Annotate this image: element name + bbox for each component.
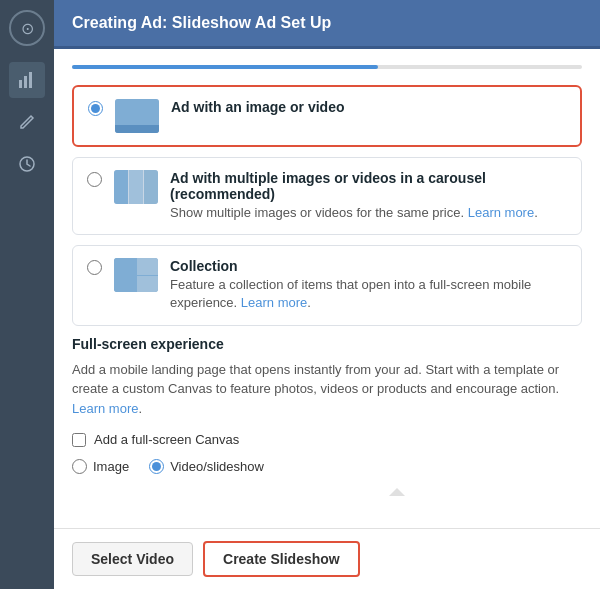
option-carousel-text: Ad with multiple images or videos in a c… bbox=[170, 170, 567, 222]
carousel-desc-period: . bbox=[534, 205, 538, 220]
option-single-text: Ad with an image or video bbox=[171, 99, 566, 117]
collection-cell-2 bbox=[137, 258, 159, 275]
clock-icon bbox=[18, 155, 36, 173]
progress-bar-container bbox=[72, 65, 582, 69]
main-panel: Creating Ad: Slideshow Ad Set Up Ad with… bbox=[54, 0, 600, 589]
collection-cell-3 bbox=[137, 276, 159, 293]
triangle-pointer bbox=[212, 488, 582, 496]
option-collection-desc: Feature a collection of items that open … bbox=[170, 276, 567, 312]
option-collection-title: Collection bbox=[170, 258, 567, 274]
sidebar-item-chart[interactable] bbox=[9, 62, 45, 98]
collection-desc-text: Feature a collection of items that open … bbox=[170, 277, 531, 310]
content-area: Ad with an image or video Ad with multip… bbox=[54, 49, 600, 528]
fullscreen-learn-more[interactable]: Learn more bbox=[72, 401, 138, 416]
fullscreen-section-title: Full-screen experience bbox=[72, 336, 582, 352]
radio-collection-wrap[interactable] bbox=[87, 260, 102, 279]
single-image-visual bbox=[115, 99, 159, 133]
media-video-label: Video/slideshow bbox=[170, 459, 264, 474]
icon-carousel bbox=[114, 170, 158, 204]
radio-carousel-wrap[interactable] bbox=[87, 172, 102, 191]
option-carousel-desc: Show multiple images or videos for the s… bbox=[170, 204, 567, 222]
collection-desc-period: . bbox=[307, 295, 311, 310]
fullscreen-desc-period: . bbox=[138, 401, 142, 416]
sidebar: ⊙ bbox=[0, 0, 54, 589]
svg-rect-2 bbox=[29, 72, 32, 88]
create-slideshow-button[interactable]: Create Slideshow bbox=[203, 541, 360, 577]
back-icon: ⊙ bbox=[21, 19, 34, 38]
chart-icon bbox=[17, 70, 37, 90]
svg-rect-0 bbox=[19, 80, 22, 88]
fullscreen-section-desc: Add a mobile landing page that opens ins… bbox=[72, 360, 582, 419]
icon-single-image bbox=[115, 99, 159, 133]
radio-single[interactable] bbox=[88, 101, 103, 116]
collection-learn-more[interactable]: Learn more bbox=[241, 295, 307, 310]
icon-collection bbox=[114, 258, 158, 292]
sidebar-item-clock[interactable] bbox=[9, 146, 45, 182]
option-collection[interactable]: Collection Feature a collection of items… bbox=[72, 245, 582, 325]
video-radio-option[interactable]: Video/slideshow bbox=[149, 459, 264, 474]
sidebar-item-edit[interactable] bbox=[9, 104, 45, 140]
option-single-title: Ad with an image or video bbox=[171, 99, 566, 115]
carousel-desc-text: Show multiple images or videos for the s… bbox=[170, 205, 468, 220]
canvas-checkbox-row: Add a full-screen Canvas bbox=[72, 432, 582, 447]
svg-rect-1 bbox=[24, 76, 27, 88]
media-video-radio[interactable] bbox=[149, 459, 164, 474]
back-button[interactable]: ⊙ bbox=[9, 10, 45, 46]
select-video-button[interactable]: Select Video bbox=[72, 542, 193, 576]
radio-collection[interactable] bbox=[87, 260, 102, 275]
carousel-learn-more[interactable]: Learn more bbox=[468, 205, 534, 220]
carousel-visual bbox=[114, 170, 158, 204]
option-carousel[interactable]: Ad with multiple images or videos in a c… bbox=[72, 157, 582, 235]
media-type-radio-row: Image Video/slideshow bbox=[72, 459, 582, 474]
fullscreen-desc-text: Add a mobile landing page that opens ins… bbox=[72, 362, 559, 397]
option-collection-text: Collection Feature a collection of items… bbox=[170, 258, 567, 312]
radio-single-wrap[interactable] bbox=[88, 101, 103, 120]
media-image-radio[interactable] bbox=[72, 459, 87, 474]
progress-bar-fill bbox=[72, 65, 378, 69]
collection-visual bbox=[114, 258, 158, 292]
image-radio-option[interactable]: Image bbox=[72, 459, 129, 474]
carousel-col-1 bbox=[114, 170, 128, 204]
collection-cell-main bbox=[114, 258, 136, 292]
footer-buttons: Select Video Create Slideshow bbox=[54, 528, 600, 589]
radio-carousel[interactable] bbox=[87, 172, 102, 187]
carousel-col-3 bbox=[144, 170, 158, 204]
canvas-checkbox-label: Add a full-screen Canvas bbox=[94, 432, 239, 447]
canvas-checkbox[interactable] bbox=[72, 433, 86, 447]
page-header: Creating Ad: Slideshow Ad Set Up bbox=[54, 0, 600, 49]
edit-icon bbox=[18, 113, 36, 131]
page-title: Creating Ad: Slideshow Ad Set Up bbox=[72, 14, 331, 32]
carousel-col-2 bbox=[129, 170, 143, 204]
media-image-label: Image bbox=[93, 459, 129, 474]
option-carousel-title: Ad with multiple images or videos in a c… bbox=[170, 170, 567, 202]
option-single-image[interactable]: Ad with an image or video bbox=[72, 85, 582, 147]
